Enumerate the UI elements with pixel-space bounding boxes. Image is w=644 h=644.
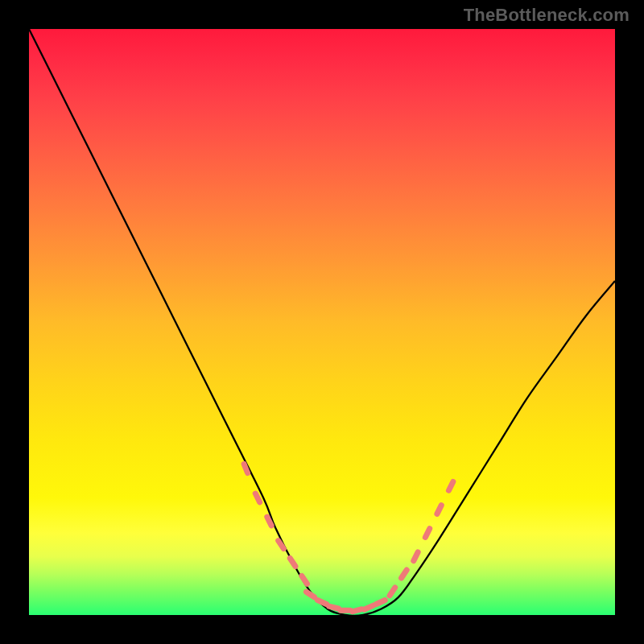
dash-segment — [306, 592, 314, 597]
dash-segment — [437, 506, 441, 514]
dash-segment — [448, 481, 452, 490]
dash-segment — [390, 588, 395, 596]
dash-segment — [402, 570, 407, 578]
dashed-overlay — [244, 464, 453, 611]
dash-segment — [255, 493, 259, 502]
dash-segment — [414, 552, 418, 561]
dash-segment — [425, 529, 429, 538]
dash-segment — [365, 605, 374, 609]
dash-segment — [302, 576, 308, 584]
dash-segment — [376, 601, 385, 605]
dash-segment — [267, 517, 271, 526]
bottleneck-curve — [29, 29, 615, 616]
dash-segment — [353, 609, 362, 612]
curve-layer — [29, 29, 615, 615]
watermark-text: TheBottleneck.com — [464, 5, 630, 26]
dash-segment — [318, 601, 327, 605]
dash-segment — [329, 606, 339, 609]
dash-segment — [290, 558, 295, 566]
chart-root: TheBottleneck.com — [0, 0, 644, 644]
dash-segment — [244, 464, 247, 473]
